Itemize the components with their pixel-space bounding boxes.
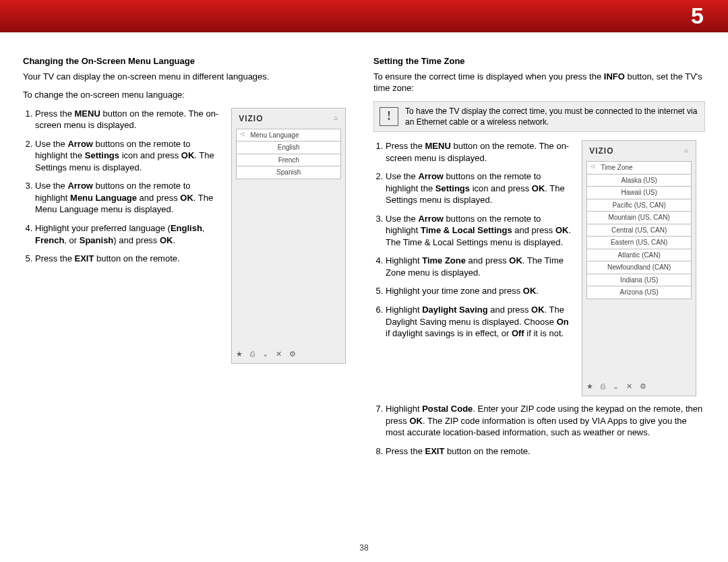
tv-list-item: Central (US, CAN) (586, 224, 692, 237)
tv-list-item: Atlantic (CAN) (586, 249, 692, 262)
tv-list-item: Pacific (US, CAN) (586, 199, 692, 212)
page-number: 38 (0, 543, 728, 553)
tv-list-item: Hawaii (US) (586, 187, 692, 199)
tv-list-item: Eastern (US, CAN) (586, 237, 692, 249)
list-item: Press the MENU button on the remote. The… (386, 140, 572, 164)
tv-bottom-icons: ★ ⎙ ⌄ ✕ ⚙ (236, 349, 341, 359)
tv-logo-row: VIZIO ⌂ (582, 141, 696, 161)
list-item: Press the MENU button on the remote. The… (35, 108, 222, 131)
list-item: Highlight your preferred language (Engli… (35, 222, 222, 246)
vizio-logo: VIZIO (239, 113, 263, 124)
tv-list-item: Arizona (US) (586, 286, 692, 299)
chapter-number: 5 (691, 3, 704, 28)
list-item: Highlight your time zone and press OK. (386, 285, 572, 297)
tv-list-item: French (236, 154, 341, 167)
left-intro2: To change the on-screen menu language: (23, 89, 355, 101)
tv-list-item: Newfoundland (CAN) (586, 261, 692, 274)
tv-list-item: English (236, 142, 341, 154)
page-content: Changing the On-Screen Menu Language You… (0, 32, 728, 464)
list-item: Highlight Postal Code. Enter your ZIP co… (386, 403, 705, 439)
left-steps: Press the MENU button on the remote. The… (23, 108, 222, 364)
list-item: Use the Arrow buttons on the remote to h… (35, 180, 222, 216)
tv-bottom-icons: ★ ⎙ ⌄ ✕ ⚙ (586, 381, 692, 392)
list-item: Use the Arrow buttons on the remote to h… (386, 170, 572, 206)
tv-list-header: Time Zone (586, 161, 692, 175)
list-item: Use the Arrow buttons on the remote to h… (35, 138, 222, 174)
tv-list-item: Mountain (US, CAN) (586, 212, 692, 224)
home-icon: ⌂ (334, 113, 338, 124)
tv-menu-language: VIZIO ⌂ Menu Language English French Spa… (231, 108, 346, 364)
tv-list-item: Indiana (US) (586, 274, 692, 287)
list-item: Use the Arrow buttons on the remote to h… (386, 213, 572, 249)
tv-list-header: Menu Language (236, 129, 341, 142)
info-note: ! To have the TV display the correct tim… (373, 101, 705, 132)
home-icon: ⌂ (684, 146, 689, 156)
right-steps-wrap: Press the MENU button on the remote. The… (373, 140, 705, 396)
list-item: Highlight Time Zone and press OK. The Ti… (386, 255, 572, 278)
tv-list-item: Alaska (US) (586, 175, 692, 187)
note-text: To have the TV display the correct time,… (405, 106, 699, 127)
vizio-logo: VIZIO (589, 146, 613, 156)
right-steps: Press the MENU button on the remote. The… (373, 140, 572, 396)
list-item: Press the EXIT button on the remote. (35, 253, 222, 265)
tv-menu-timezone: VIZIO ⌂ Time Zone Alaska (US) Hawaii (US… (582, 140, 696, 396)
warning-icon: ! (380, 107, 398, 126)
tv-logo-row: VIZIO ⌂ (232, 108, 345, 129)
left-heading: Changing the On-Screen Menu Language (23, 55, 355, 67)
right-intro: To ensure the correct time is displayed … (373, 71, 705, 94)
right-heading: Setting the Time Zone (373, 55, 705, 67)
tv-list: Time Zone Alaska (US) Hawaii (US) Pacifi… (586, 161, 692, 299)
list-item: Press the EXIT button on the remote. (386, 445, 705, 458)
right-column: Setting the Time Zone To ensure the corr… (373, 55, 705, 464)
chapter-bar: 5 (0, 0, 728, 32)
left-steps-wrap: Press the MENU button on the remote. The… (23, 108, 355, 364)
left-intro1: Your TV can display the on-screen menu i… (23, 71, 355, 83)
list-item: Highlight Daylight Saving and press OK. … (386, 304, 572, 340)
tv-list: Menu Language English French Spanish (236, 129, 341, 179)
right-steps-cont: Highlight Postal Code. Enter your ZIP co… (373, 403, 705, 457)
left-column: Changing the On-Screen Menu Language You… (23, 55, 355, 464)
tv-list-item: Spanish (236, 166, 341, 179)
